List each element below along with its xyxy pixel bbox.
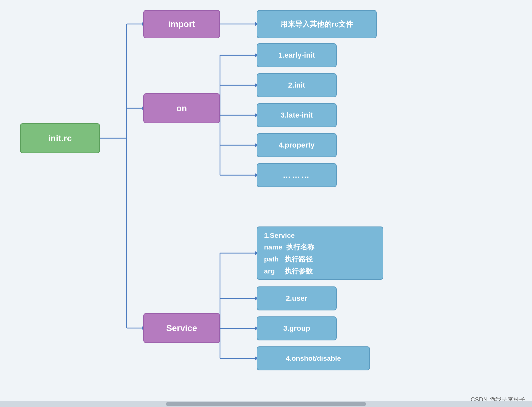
on-node: on: [143, 93, 220, 123]
service-node: Service: [143, 313, 220, 343]
svc-child-1-line2: name 执行名称: [264, 241, 314, 253]
on-label: on: [176, 103, 187, 114]
service-label: Service: [166, 323, 197, 333]
on-child-1-label: 1.early-init: [278, 51, 315, 60]
on-child-2-label: 2.init: [288, 81, 305, 90]
svc-child-1-line4: arg 执行参数: [264, 265, 313, 277]
svc-child-2-label: 2.user: [286, 294, 308, 303]
svc-child-3-node: 3.group: [257, 316, 337, 340]
on-child-5-node: ………: [257, 163, 337, 187]
on-child-5-label: ………: [283, 171, 311, 180]
initrc-label: init.rc: [48, 133, 72, 144]
on-child-3-node: 3.late-init: [257, 103, 337, 127]
on-child-2-node: 2.init: [257, 73, 337, 97]
svc-child-4-node: 4.onshot/disable: [257, 346, 370, 370]
on-child-4-node: 4.property: [257, 133, 337, 157]
import-desc-node: 用来导入其他的rc文件: [257, 10, 377, 38]
import-label: import: [168, 19, 195, 29]
svc-child-1-line3: path 执行路径: [264, 253, 313, 265]
scrollbar[interactable]: [0, 401, 532, 407]
import-desc-label: 用来导入其他的rc文件: [280, 19, 353, 29]
on-child-1-node: 1.early-init: [257, 43, 337, 67]
svc-child-1-line1: 1.Service: [264, 229, 295, 241]
on-child-3-label: 3.late-init: [281, 111, 313, 120]
diagram-container: init.rc import on Service 用来导入其他的rc文件 1.…: [0, 0, 532, 407]
svc-child-3-label: 3.group: [283, 324, 310, 333]
scrollbar-thumb[interactable]: [166, 402, 366, 406]
on-child-4-label: 4.property: [279, 141, 315, 150]
initrc-node: init.rc: [20, 123, 100, 153]
svc-child-1-node: 1.Service name 执行名称 path 执行路径 arg 执行参数: [257, 226, 383, 280]
import-node: import: [143, 10, 220, 38]
svc-child-4-label: 4.onshot/disable: [286, 354, 341, 362]
svc-child-2-node: 2.user: [257, 286, 337, 310]
